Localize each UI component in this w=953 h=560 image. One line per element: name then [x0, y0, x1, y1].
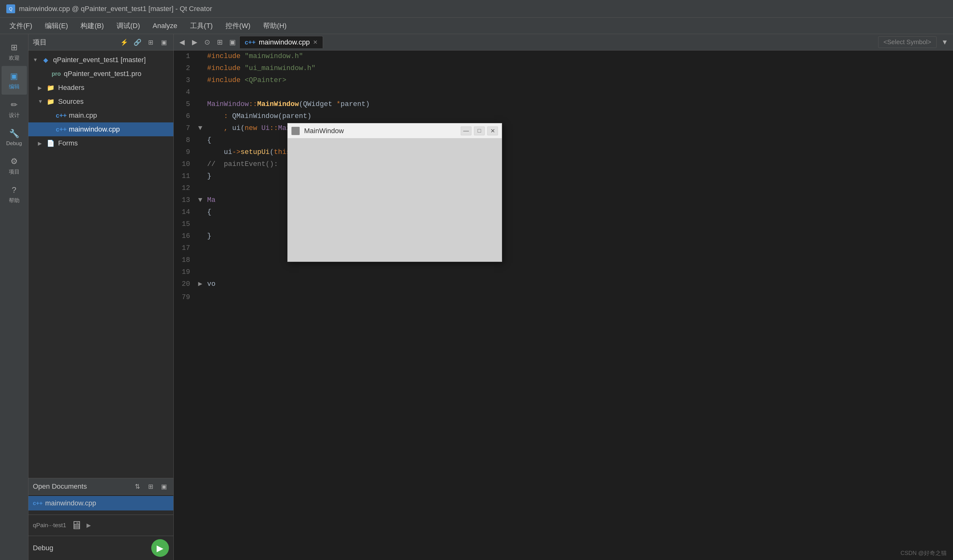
- arrow-forms: ▶: [38, 141, 44, 146]
- tab-cpp-icon: c++: [245, 39, 256, 46]
- menubar: 文件(F)编辑(E)构建(B)调试(D)Analyze工具(T)控件(W)帮助(…: [0, 18, 953, 34]
- sidebar-label-4: 项目: [9, 168, 20, 175]
- arrow-sources: ▼: [38, 99, 44, 104]
- main-layout: ⊞欢迎▣编辑✏设计🔧Debug⚙项目?帮助 项目 ⚡ 🔗 ⊞ ▣ ▼ ◆ qPa…: [0, 34, 953, 560]
- debug-label: Debug: [33, 544, 147, 552]
- menu-item-h[interactable]: 帮助(H): [258, 19, 292, 33]
- cpp-icon-mainwindow: c++: [56, 124, 66, 135]
- project-name: qPainter_event_test1 [master]: [53, 56, 169, 64]
- menu-item-d[interactable]: 调试(D): [111, 19, 146, 33]
- floating-minimize-btn[interactable]: —: [461, 127, 472, 135]
- monitor-icon: 🖥: [71, 519, 82, 532]
- sidebar-icon-1: ▣: [9, 70, 20, 82]
- tab-dropdown-btn[interactable]: ▼: [939, 37, 950, 48]
- code-line-4: 4: [174, 87, 953, 98]
- tree-item-sources[interactable]: ▼ 📁 Sources: [28, 94, 173, 108]
- open-docs-list: c++ mainwindow.cpp: [28, 495, 173, 515]
- floating-titlebar: MainWindow — □ ✕: [288, 123, 502, 139]
- code-line-2: 2 #include "ui_mainwindow.h": [174, 62, 953, 74]
- code-line-19: 19: [174, 266, 953, 278]
- menu-item-analyze[interactable]: Analyze: [147, 19, 183, 32]
- window-title: mainwindow.cpp @ qPainter_event_test1 [m…: [19, 5, 212, 13]
- open-doc-icon: c++: [33, 500, 43, 507]
- debug-expand-icon: ▶: [87, 522, 91, 529]
- sidebar-icon-0: ⊞: [9, 42, 20, 53]
- sidebar-icon-4: ⚙: [9, 156, 20, 167]
- run-button[interactable]: ▶: [151, 539, 169, 557]
- tab-layout-btn[interactable]: ▣: [227, 37, 238, 48]
- file-tree-header: 项目 ⚡ 🔗 ⊞ ▣: [28, 34, 173, 51]
- floating-title: MainWindow: [304, 127, 458, 135]
- tab-bookmark-btn[interactable]: ⊙: [202, 37, 213, 48]
- arrow-project: ▼: [33, 57, 39, 63]
- open-docs-expand-btn[interactable]: ▣: [159, 481, 169, 492]
- file-tree-expand-btn[interactable]: ▣: [159, 37, 169, 47]
- code-line-6: 6 : QMainWindow(parent): [174, 110, 953, 122]
- sidebar-item-编辑[interactable]: ▣编辑: [2, 66, 27, 94]
- floating-content: [288, 139, 502, 261]
- tree-item-project[interactable]: ▼ ◆ qPainter_event_test1 [master]: [28, 53, 173, 67]
- open-docs-panel: Open Documents ⇅ ⊞ ▣ c++ mainwindow.cpp …: [28, 478, 173, 560]
- forms-icon: 📄: [45, 138, 56, 148]
- tab-mainwindow-cpp[interactable]: c++ mainwindow.cpp ✕: [239, 36, 323, 48]
- sidebar-icon-5: ?: [9, 184, 20, 196]
- file-tree-filter-btn[interactable]: ⚡: [119, 37, 129, 47]
- code-line-20: 20 ▶ vo: [174, 278, 953, 290]
- tab-nav: ◀ ▶ ⊙ ⊞ ▣: [176, 37, 238, 48]
- tree-item-main-cpp[interactable]: c++ main.cpp: [28, 108, 173, 122]
- project-icon: ◆: [40, 55, 51, 65]
- titlebar: Q mainwindow.cpp @ qPainter_event_test1 …: [0, 0, 953, 18]
- tree-item-mainwindow-cpp[interactable]: c++ mainwindow.cpp: [28, 122, 173, 136]
- menu-item-w[interactable]: 控件(W): [220, 19, 256, 33]
- tree-item-pro[interactable]: pro qPainter_event_test1.pro: [28, 67, 173, 81]
- editor-tabs: ◀ ▶ ⊙ ⊞ ▣ c++ mainwindow.cpp ✕ <Select S…: [174, 34, 953, 51]
- floating-window[interactable]: MainWindow — □ ✕: [287, 123, 502, 262]
- pro-icon: pro: [51, 69, 61, 79]
- headers-name: Headers: [58, 84, 169, 92]
- watermark: CSDN @好奇之猫: [900, 549, 947, 557]
- pro-filename: qPainter_event_test1.pro: [64, 70, 169, 78]
- tab-forward-btn[interactable]: ▶: [189, 37, 200, 48]
- file-tree-panel: 项目 ⚡ 🔗 ⊞ ▣ ▼ ◆ qPainter_event_test1 [mas…: [28, 34, 174, 560]
- sidebar-item-欢迎[interactable]: ⊞欢迎: [2, 37, 27, 66]
- tree-item-headers[interactable]: ▶ 📁 Headers: [28, 81, 173, 94]
- code-line-79: 79: [174, 291, 953, 303]
- menu-item-t[interactable]: 工具(T): [185, 19, 219, 33]
- forms-name: Forms: [58, 139, 169, 147]
- sidebar-item-设计[interactable]: ✏设计: [2, 94, 27, 123]
- tree-item-forms[interactable]: ▶ 📄 Forms: [28, 136, 173, 150]
- headers-icon: 📁: [45, 83, 56, 93]
- sidebar-icon-2: ✏: [9, 99, 20, 110]
- app-icon: Q: [6, 5, 15, 13]
- open-doc-mainwindow[interactable]: c++ mainwindow.cpp: [28, 496, 173, 510]
- floating-close-btn[interactable]: ✕: [487, 127, 498, 135]
- open-doc-name: mainwindow.cpp: [45, 499, 96, 507]
- sidebar-item-Debug[interactable]: 🔧Debug: [2, 123, 27, 151]
- tab-back-btn[interactable]: ◀: [176, 37, 188, 48]
- open-docs-sort-btn[interactable]: ⇅: [132, 481, 143, 492]
- code-line-3: 3 #include <QPainter>: [174, 74, 953, 87]
- file-tree-link-btn[interactable]: 🔗: [132, 37, 143, 47]
- floating-maximize-btn[interactable]: □: [474, 127, 485, 135]
- tab-label: mainwindow.cpp: [259, 38, 309, 46]
- sidebar-icon-3: 🔧: [9, 128, 20, 139]
- open-docs-add-btn[interactable]: ⊞: [146, 481, 156, 492]
- tab-close-btn[interactable]: ✕: [313, 39, 318, 46]
- code-area[interactable]: 1 #include "mainwindow.h" 2 #include "ui…: [174, 51, 953, 560]
- file-tree-add-btn[interactable]: ⊞: [146, 37, 156, 47]
- tab-split-btn[interactable]: ⊞: [214, 37, 225, 48]
- sidebar-item-帮助[interactable]: ?帮助: [2, 180, 27, 209]
- sidebar-item-项目[interactable]: ⚙项目: [2, 151, 27, 180]
- file-tree-title: 项目: [33, 37, 116, 47]
- select-symbol-dropdown[interactable]: <Select Symbol>: [878, 36, 937, 48]
- sources-icon: 📁: [45, 96, 56, 107]
- sidebar-label-2: 设计: [9, 112, 20, 119]
- menu-item-b[interactable]: 构建(B): [75, 19, 109, 33]
- menu-item-f[interactable]: 文件(F): [4, 19, 38, 33]
- code-line-5: 5 MainWindow::MainWindow(QWidget *parent…: [174, 98, 953, 110]
- menu-item-e[interactable]: 编辑(E): [39, 19, 74, 33]
- cpp-icon-main: c++: [56, 110, 66, 121]
- arrow-headers: ▶: [38, 85, 44, 91]
- debug-project-label: qPain···test1: [33, 522, 66, 529]
- floating-app-icon: [292, 127, 300, 135]
